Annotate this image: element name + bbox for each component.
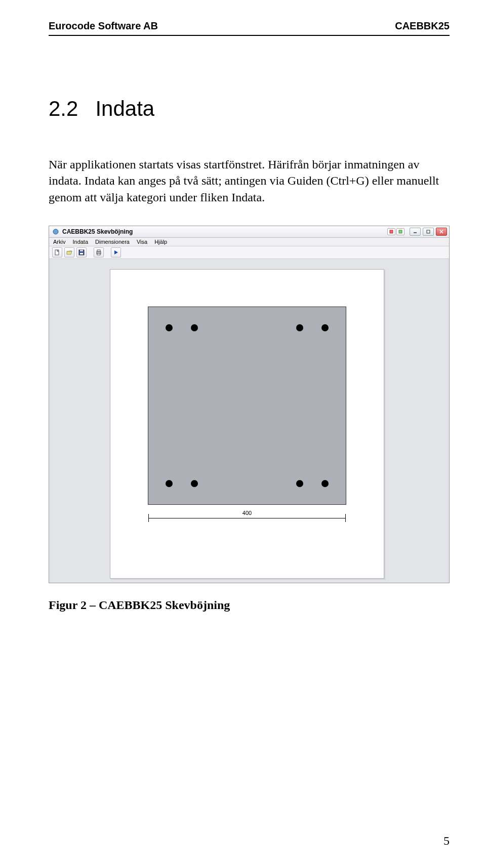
rebar-dot <box>166 480 173 487</box>
rebar-dot <box>321 324 329 331</box>
svg-rect-2 <box>399 230 402 233</box>
header-left: Eurocode Software AB <box>49 20 158 32</box>
extra-button-1[interactable] <box>387 228 395 235</box>
rebar-dot <box>321 480 329 487</box>
rebar-dot <box>191 324 198 331</box>
toolbar-separator-2 <box>106 247 109 257</box>
svg-point-0 <box>53 229 58 234</box>
dimension-value: 400 <box>148 510 346 516</box>
print-icon[interactable] <box>94 247 104 257</box>
section-heading: 2.2 Indata <box>49 97 450 121</box>
svg-rect-10 <box>80 250 83 251</box>
rebar-dot <box>296 480 303 487</box>
toolbar-separator-1 <box>89 247 92 257</box>
intro-paragraph: När applikationen startats visas startfö… <box>49 156 450 205</box>
title-bar: CAEBBK25 Skevböjning <box>49 226 449 238</box>
section-title: Indata <box>95 97 154 121</box>
menu-dimensionera[interactable]: Dimensionera <box>95 239 130 245</box>
figure-caption: Figur 2 – CAEBBK25 Skevböjning <box>49 598 450 612</box>
svg-rect-13 <box>97 253 100 255</box>
app-window: CAEBBK25 Skevböjning <box>49 226 450 583</box>
section-number: 2.2 <box>49 97 78 121</box>
extra-button-2[interactable] <box>396 228 404 235</box>
app-icon <box>52 228 59 235</box>
header-right: CAEBBK25 <box>395 20 450 32</box>
close-button[interactable] <box>436 228 447 236</box>
svg-rect-4 <box>427 230 430 233</box>
header-rule <box>49 35 450 36</box>
svg-rect-12 <box>97 250 100 251</box>
open-file-icon[interactable] <box>64 247 74 257</box>
canvas-area: 400 <box>49 259 449 583</box>
new-file-icon[interactable] <box>52 247 62 257</box>
drawing-canvas: 400 <box>110 269 384 579</box>
dimension-line: 400 <box>148 512 346 523</box>
save-file-icon[interactable] <box>76 247 87 257</box>
menu-arkiv[interactable]: Arkiv <box>53 239 65 245</box>
rebar-dot <box>166 324 173 331</box>
menu-indata[interactable]: Indata <box>72 239 88 245</box>
app-title: CAEBBK25 Skevböjning <box>62 228 133 235</box>
rebar-dot <box>191 480 198 487</box>
run-icon[interactable] <box>111 247 121 257</box>
toolbar <box>49 246 449 259</box>
extra-buttons <box>387 228 404 235</box>
menu-hjalp[interactable]: Hjälp <box>154 239 167 245</box>
svg-rect-9 <box>80 253 83 254</box>
menu-visa[interactable]: Visa <box>137 239 147 245</box>
svg-rect-1 <box>390 230 393 233</box>
page-number: 5 <box>443 834 450 848</box>
minimize-button[interactable] <box>410 228 421 236</box>
cross-section <box>148 307 346 505</box>
maximize-button[interactable] <box>423 228 434 236</box>
svg-marker-14 <box>114 250 118 254</box>
rebar-dot <box>296 324 303 331</box>
menu-bar: Arkiv Indata Dimensionera Visa Hjälp <box>49 238 449 246</box>
